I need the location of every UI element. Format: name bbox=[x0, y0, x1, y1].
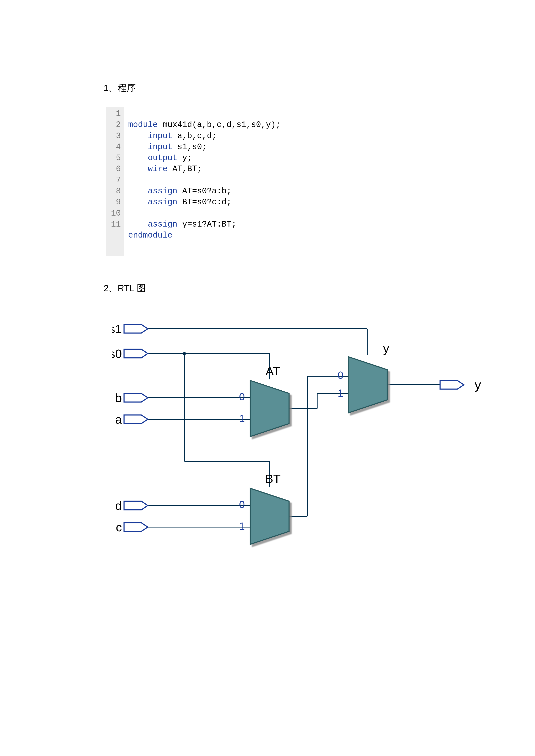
kw-input: input bbox=[148, 142, 172, 151]
text-cursor bbox=[281, 120, 281, 128]
label-d: d bbox=[115, 499, 122, 512]
mux-at: AT 0 1 bbox=[239, 364, 289, 437]
label-c: c bbox=[116, 520, 122, 534]
line-number: 10 bbox=[109, 208, 121, 219]
mux-bt-in0: 0 bbox=[239, 499, 245, 510]
mux-at-label: AT bbox=[266, 364, 280, 378]
line-number: 6 bbox=[109, 163, 121, 175]
mux-bt-label: BT bbox=[265, 472, 281, 485]
code-text: mux41d(a,b,c,d,s1,s0,y); bbox=[158, 120, 281, 129]
kw-assign: assign bbox=[148, 220, 177, 229]
code-text: a,b,c,d; bbox=[172, 131, 216, 141]
code-line: input a,b,c,d; bbox=[128, 131, 216, 141]
code-text: s1,s0; bbox=[172, 142, 207, 151]
code-line: module mux41d(a,b,c,d,s1,s0,y); bbox=[128, 120, 281, 129]
mux-y-in1: 1 bbox=[338, 387, 344, 399]
line-number: 9 bbox=[109, 197, 121, 207]
port-b bbox=[124, 393, 148, 402]
mux-y-label: y bbox=[383, 341, 389, 355]
code-line: assign y=s1?AT:BT; bbox=[128, 220, 237, 229]
kw-wire: wire bbox=[148, 164, 167, 174]
mux-bt: BT 0 1 bbox=[239, 472, 289, 544]
code-text: AT=s0?a:b; bbox=[177, 186, 232, 196]
line-number: 3 bbox=[109, 130, 121, 141]
code-line: assign AT=s0?a:b; bbox=[128, 186, 232, 196]
kw-assign: assign bbox=[148, 186, 177, 196]
port-s1 bbox=[124, 324, 148, 333]
port-s0 bbox=[124, 349, 148, 358]
code-line bbox=[128, 176, 133, 185]
code-line: output y; bbox=[128, 153, 192, 163]
code-text: y=s1?AT:BT; bbox=[177, 220, 237, 229]
code-line: wire AT,BT; bbox=[128, 164, 202, 174]
svg-marker-19 bbox=[250, 381, 289, 437]
mux-at-in1: 1 bbox=[239, 413, 245, 424]
line-number: 1 bbox=[109, 108, 121, 119]
code-line bbox=[128, 209, 133, 218]
mux-y: y 0 1 bbox=[338, 341, 389, 413]
svg-marker-20 bbox=[250, 488, 289, 544]
kw-module: module bbox=[128, 120, 158, 129]
mux-y-in0: 0 bbox=[338, 369, 344, 381]
svg-marker-21 bbox=[349, 357, 387, 413]
kw-endmodule: endmodule bbox=[128, 231, 172, 240]
label-s0: s0 bbox=[112, 347, 122, 361]
line-number: 4 bbox=[109, 141, 121, 152]
rtl-svg: s1 s0 b a d c y AT 0 1 BT 0 1 bbox=[112, 316, 490, 564]
label-a: a bbox=[115, 413, 122, 426]
code-lines: module mux41d(a,b,c,d,s1,s0,y); input a,… bbox=[124, 107, 283, 256]
code-line: endmodule bbox=[128, 231, 172, 240]
mux-at-in0: 0 bbox=[239, 391, 245, 402]
kw-assign: assign bbox=[148, 198, 177, 207]
label-b: b bbox=[115, 391, 122, 405]
port-d bbox=[124, 501, 148, 510]
line-number: 11 bbox=[109, 219, 121, 230]
label-s1: s1 bbox=[112, 322, 122, 336]
port-a bbox=[124, 415, 148, 423]
section-heading-program: 1、程序 bbox=[103, 82, 438, 94]
code-gutter: 1 2 3 4 5 6 7 8 9 10 11 bbox=[106, 107, 124, 256]
line-number: 5 bbox=[109, 152, 121, 163]
mux-bt-in1: 1 bbox=[239, 520, 245, 532]
label-y-out: y bbox=[475, 377, 481, 392]
line-number: 7 bbox=[109, 175, 121, 186]
code-text: AT,BT; bbox=[167, 164, 202, 174]
rtl-diagram: s1 s0 b a d c y AT 0 1 BT 0 1 bbox=[112, 316, 438, 565]
code-text: BT=s0?c:d; bbox=[177, 198, 232, 207]
line-number: 2 bbox=[109, 119, 121, 130]
code-text: y; bbox=[177, 153, 192, 163]
kw-output: output bbox=[148, 153, 177, 163]
section-heading-rtl: 2、RTL 图 bbox=[103, 282, 438, 294]
line-number: 8 bbox=[109, 186, 121, 197]
code-block: 1 2 3 4 5 6 7 8 9 10 11 module mux41d(a,… bbox=[106, 107, 328, 256]
port-c bbox=[124, 523, 148, 531]
code-line: assign BT=s0?c:d; bbox=[128, 198, 232, 207]
port-y-out bbox=[440, 381, 464, 389]
kw-input: input bbox=[148, 131, 172, 141]
code-line: input s1,s0; bbox=[128, 142, 207, 151]
